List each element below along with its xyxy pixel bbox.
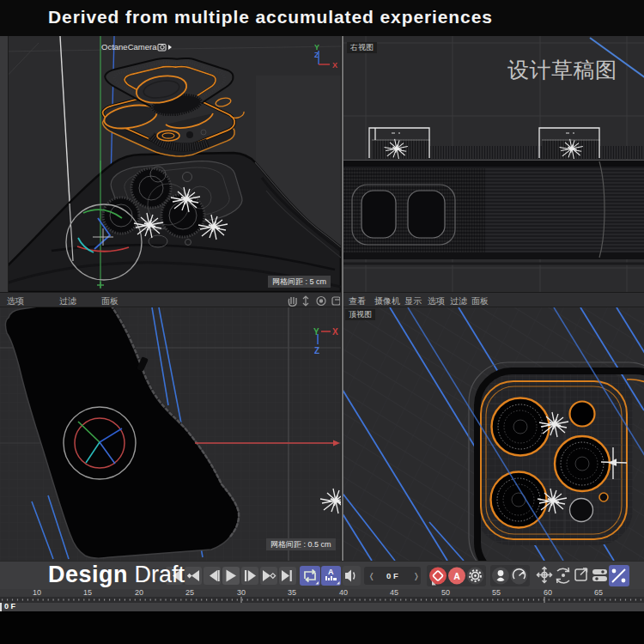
- svg-text:A: A: [328, 568, 334, 576]
- svg-text:A: A: [453, 571, 460, 581]
- svg-text:设计草稿图: 设计草稿图: [507, 58, 617, 82]
- svg-text:Y: Y: [313, 327, 319, 337]
- svg-text:X: X: [332, 61, 337, 70]
- svg-text:0 F: 0 F: [386, 571, 398, 580]
- svg-text:❬: ❬: [368, 572, 375, 581]
- svg-text:Z: Z: [314, 346, 319, 355]
- svg-text:❭: ❭: [413, 572, 420, 581]
- svg-text:X: X: [332, 327, 338, 337]
